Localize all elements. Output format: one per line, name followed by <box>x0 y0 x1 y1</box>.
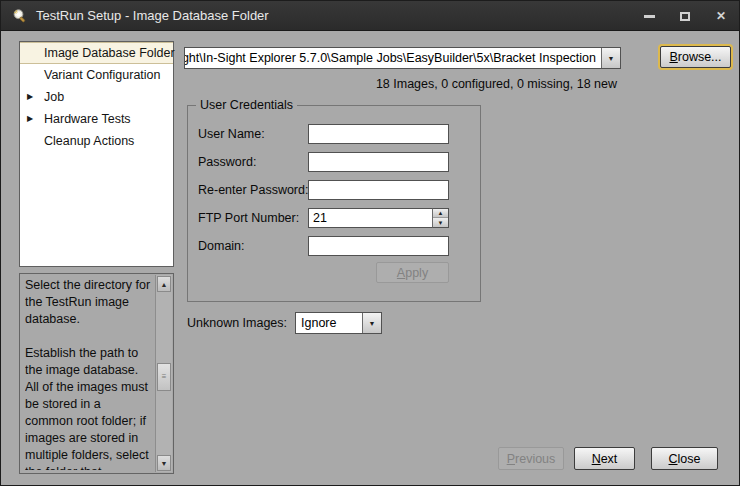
ftp-port-spinner: ▲ ▼ <box>432 208 449 228</box>
nav-item-image-database-folder[interactable]: Image Database Folder <box>20 42 173 64</box>
close-icon: ✕ <box>716 10 726 22</box>
window-controls: ✕ <box>641 1 729 31</box>
path-dropdown-button[interactable]: ▼ <box>601 48 620 68</box>
image-database-path-value: ex\In-Sight\In-Sight Explorer 5.7.0\Samp… <box>184 51 596 65</box>
password-input[interactable] <box>308 152 449 172</box>
nav-item-job[interactable]: ▶ Job <box>20 86 173 108</box>
dropdown-arrow-icon: ▼ <box>608 55 615 62</box>
window-title: TestRun Setup - Image Database Folder <box>36 8 269 23</box>
maximize-button[interactable] <box>677 8 693 24</box>
spinner-down-button[interactable]: ▼ <box>433 218 448 227</box>
user-credentials-groupbox: User Credentials User Name: Password: Re… <box>187 105 481 302</box>
user-name-label: User Name: <box>198 124 265 144</box>
unknown-images-value: Ignore <box>301 316 336 330</box>
unknown-images-combobox[interactable]: Ignore ▼ <box>295 312 382 334</box>
nav-item-label: Hardware Tests <box>44 112 131 126</box>
minimize-button[interactable] <box>641 8 657 24</box>
description-scrollbar[interactable]: ▲ ≡ ▼ <box>155 275 172 472</box>
scroll-down-icon: ▼ <box>161 460 168 467</box>
unknown-images-dropdown-button[interactable]: ▼ <box>362 313 381 333</box>
nav-item-label: Image Database Folder <box>44 46 175 60</box>
spin-down-icon: ▼ <box>438 220 444 226</box>
ftp-port-input[interactable] <box>308 208 449 228</box>
nav-item-cleanup-actions[interactable]: Cleanup Actions <box>20 130 173 152</box>
browse-button[interactable]: Browse... <box>660 46 731 68</box>
nav-item-label: Job <box>44 90 64 104</box>
ftp-port-label: FTP Port Number: <box>198 208 299 228</box>
testrun-setup-dialog: TestRun Setup - Image Database Folder ✕ … <box>0 0 740 486</box>
apply-button[interactable]: Apply <box>376 262 449 283</box>
unknown-images-label: Unknown Images: <box>187 316 287 330</box>
next-button[interactable]: Next <box>574 447 635 470</box>
nav-item-hardware-tests[interactable]: ▶ Hardware Tests <box>20 108 173 130</box>
close-dialog-button[interactable]: Close <box>651 447 718 470</box>
domain-label: Domain: <box>198 236 245 256</box>
scroll-up-button[interactable]: ▲ <box>157 276 171 292</box>
scroll-down-button[interactable]: ▼ <box>157 455 171 471</box>
groupbox-title: User Credentials <box>196 98 297 112</box>
nav-item-label: Cleanup Actions <box>44 134 134 148</box>
tree-expand-icon[interactable]: ▶ <box>27 86 33 108</box>
setup-steps-list: Image Database Folder Variant Configurat… <box>19 41 174 267</box>
spin-up-icon: ▲ <box>438 210 444 216</box>
image-count-status: 18 Images, 0 configured, 0 missing, 18 n… <box>376 77 617 91</box>
nav-item-variant-configuration[interactable]: Variant Configuration <box>20 64 173 86</box>
close-button[interactable]: ✕ <box>713 8 729 24</box>
title-bar: TestRun Setup - Image Database Folder ✕ <box>1 1 739 31</box>
domain-input[interactable] <box>308 236 449 256</box>
user-name-input[interactable] <box>308 124 449 144</box>
spinner-up-button[interactable]: ▲ <box>433 209 448 218</box>
step-description-text: Select the directory for the TestRun ima… <box>25 277 151 470</box>
scrollbar-thumb[interactable]: ≡ <box>157 363 171 391</box>
scroll-up-icon: ▲ <box>161 281 168 288</box>
image-database-path-combobox[interactable]: ex\In-Sight\In-Sight Explorer 5.7.0\Samp… <box>184 47 621 69</box>
reenter-password-input[interactable] <box>308 180 449 200</box>
nav-item-label: Variant Configuration <box>44 68 161 82</box>
password-label: Password: <box>198 152 256 172</box>
minimize-icon <box>644 15 655 18</box>
dropdown-arrow-icon: ▼ <box>369 320 376 327</box>
previous-button[interactable]: Previous <box>498 447 564 470</box>
app-magnifier-icon <box>12 8 28 24</box>
step-description-panel: Select the directory for the TestRun ima… <box>19 273 174 474</box>
browse-button-label: B <box>669 50 677 64</box>
tree-expand-icon[interactable]: ▶ <box>27 108 33 130</box>
maximize-icon <box>680 12 690 21</box>
reenter-password-label: Re-enter Password: <box>198 180 308 200</box>
